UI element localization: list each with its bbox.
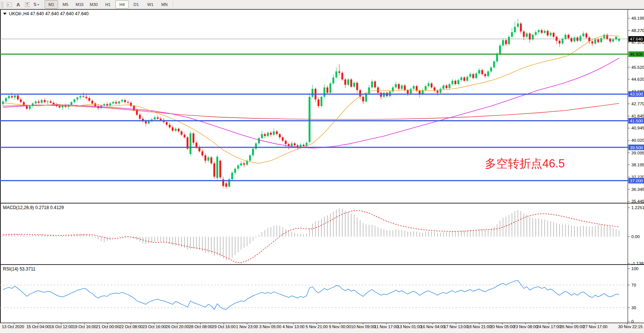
grid-f-icon[interactable]: F — [5, 1, 13, 8]
candle-body — [461, 77, 462, 80]
candle-body — [345, 80, 346, 85]
candle-body — [35, 102, 37, 103]
tf-button-h4[interactable]: H4 — [115, 0, 129, 9]
price-tick-label: 40.945 — [631, 126, 644, 130]
tf-button-m30[interactable]: M30 — [87, 0, 100, 9]
rsi-label: RSI(14) 53.3711 — [3, 266, 35, 272]
candle-body — [17, 95, 19, 99]
candle-body — [333, 77, 334, 83]
window-left-border — [0, 9, 1, 323]
candle-body — [618, 39, 620, 41]
candle-body — [431, 83, 433, 87]
macd-label: MACD(12,26,9) 0.2718 0.4129 — [3, 205, 64, 210]
time-tick-label: 4 Nov 13:00 — [282, 324, 304, 329]
candle-body — [553, 33, 555, 37]
candle-body — [29, 106, 31, 109]
candle-body — [324, 87, 326, 97]
candle-body — [41, 100, 43, 103]
level-badge-label: 46.500 — [630, 52, 643, 57]
candle-body — [71, 102, 73, 105]
candle-body — [493, 61, 495, 67]
macd-tick-label: 0.00 — [631, 234, 640, 239]
candle-body — [502, 40, 504, 45]
candle-body — [481, 70, 483, 74]
candle-body — [154, 118, 156, 119]
tf-button-d1[interactable]: D1 — [129, 0, 143, 9]
candle-body — [541, 30, 543, 33]
candle-body — [5, 98, 7, 102]
time-axis[interactable]: 13 Oct 202015 Oct 04:0016 Oct 12:0019 Oc… — [0, 323, 644, 333]
toolbar: F A T ⇅▾ M1M5M15M30H1H4D1W1MN — [0, 0, 644, 9]
candle-body — [243, 163, 245, 165]
candle-body — [77, 97, 79, 99]
candle-body — [285, 141, 287, 144]
time-tick-label: 16 Nov 04:00 — [420, 324, 445, 329]
toolbar-drag-handle[interactable] — [1, 1, 4, 8]
tf-button-m1[interactable]: M1 — [45, 0, 58, 9]
rsi-tick-label: 0 — [631, 319, 634, 324]
chart-header: UKOil-,H4 47.640 47.640 47.640 47.640 — [3, 11, 89, 16]
tf-button-m5[interactable]: M5 — [59, 0, 72, 9]
candle-body — [240, 163, 242, 165]
rsi-tick-label: 70 — [631, 283, 636, 287]
candle-body — [532, 35, 534, 40]
candle-body — [11, 96, 13, 97]
candle-body — [475, 73, 477, 78]
arrows-icon[interactable]: ⇅▾ — [32, 1, 40, 8]
current-price-label: 47.640 — [630, 37, 643, 41]
candle-body — [449, 84, 451, 88]
candle-body — [517, 23, 519, 27]
candle-body — [321, 97, 323, 106]
candle-body — [374, 81, 376, 87]
tf-button-w1[interactable]: W1 — [144, 0, 157, 9]
candle-body — [172, 127, 174, 131]
dropdown-caret-icon[interactable]: ▾ — [38, 3, 39, 6]
tf-button-h1[interactable]: H1 — [101, 0, 115, 9]
time-tick-label: 23 Oct 16:00 — [142, 324, 166, 329]
letter-a-icon[interactable]: A — [14, 1, 22, 8]
candle-body — [312, 89, 314, 97]
candle-body — [562, 39, 564, 44]
candle-body — [282, 137, 284, 141]
chart-annotation-text: 多空转折点46.5 — [485, 156, 565, 172]
candle-body — [603, 35, 605, 38]
macd-tick-label: -1.1383 — [631, 261, 644, 266]
candle-body — [267, 133, 269, 136]
candle-body — [89, 98, 90, 101]
candle-body — [362, 97, 364, 102]
candle-body — [547, 31, 549, 36]
candle-body — [225, 183, 227, 187]
candle-body — [109, 103, 111, 105]
candle-body — [261, 134, 263, 138]
time-tick-label: 23 Nov 08:00 — [513, 324, 538, 329]
candle-body — [356, 83, 358, 90]
candle-body — [74, 99, 76, 102]
candle-body — [276, 131, 278, 134]
candle-body — [127, 102, 129, 103]
candle-body — [511, 32, 513, 37]
candle-body — [484, 74, 486, 76]
candle-body — [428, 83, 430, 86]
candle-body — [94, 103, 96, 106]
tf-button-mn[interactable]: MN — [158, 0, 171, 9]
text-t-icon[interactable]: T — [23, 1, 31, 8]
candle-body — [190, 133, 192, 154]
time-tick-label: 16 Oct 12:00 — [49, 324, 73, 329]
candle-body — [50, 102, 52, 103]
toolbar-separator — [173, 1, 174, 8]
candle-body — [318, 99, 320, 106]
candle-body — [336, 71, 337, 77]
candle-body — [455, 81, 456, 84]
candle-body — [205, 156, 206, 161]
tf-button-m15[interactable]: M15 — [73, 0, 86, 9]
candle-body — [371, 81, 373, 87]
candle-body — [437, 91, 439, 93]
time-tick-label: 11 Nov 17:00 — [374, 324, 398, 329]
candle-body — [178, 129, 180, 131]
candle-body — [118, 102, 120, 103]
candle-body — [514, 27, 516, 32]
price-tick-label: 42.770 — [631, 102, 644, 106]
candle-body — [595, 39, 596, 44]
candle-body — [270, 133, 272, 135]
candle-body — [273, 131, 275, 135]
